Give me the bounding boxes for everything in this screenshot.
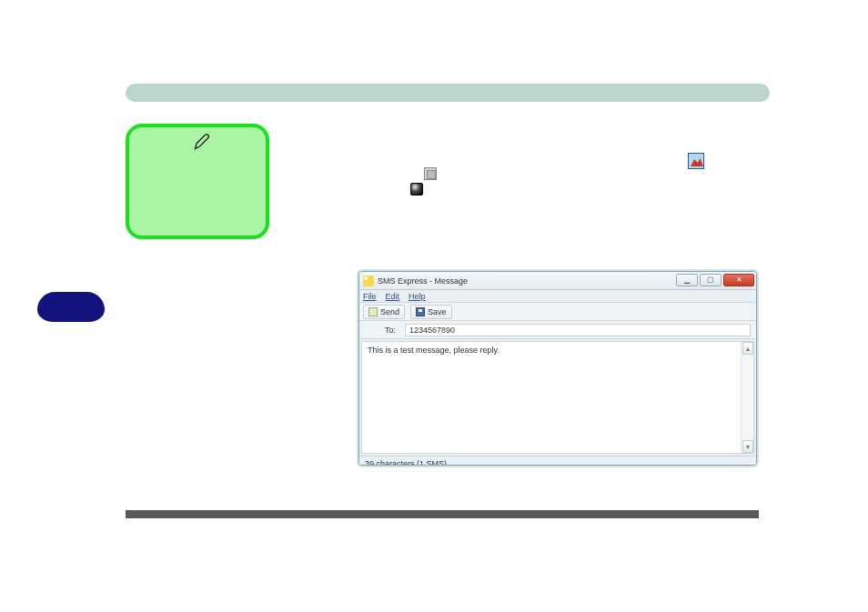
pill-badge — [37, 292, 105, 322]
to-field[interactable]: 1234567890 — [405, 324, 751, 336]
to-value: 1234567890 — [409, 326, 455, 335]
app-icon — [363, 276, 374, 286]
menu-file[interactable]: File — [363, 292, 377, 301]
save-button[interactable]: Save — [410, 305, 452, 319]
picture-icon — [688, 153, 704, 169]
recipient-row: To: 1234567890 — [359, 321, 756, 339]
save-icon — [416, 307, 425, 316]
footer-bar — [126, 510, 759, 518]
titlebar[interactable]: SMS Express - Message ▁ ▢ ✕ — [359, 272, 756, 290]
header-bar — [126, 84, 770, 102]
menu-edit[interactable]: Edit — [386, 292, 400, 301]
close-button[interactable]: ✕ — [723, 274, 754, 286]
scroll-up-button[interactable]: ▴ — [742, 342, 753, 355]
message-text: This is a test message, please reply. — [368, 346, 739, 355]
scrollbar[interactable]: ▴ ▾ — [741, 342, 753, 453]
minimize-button[interactable]: ▁ — [676, 274, 698, 286]
pen-icon — [193, 133, 211, 151]
scroll-down-button[interactable]: ▾ — [742, 440, 753, 453]
maximize-button[interactable]: ▢ — [700, 274, 722, 286]
save-label: Save — [428, 307, 447, 316]
send-icon — [368, 307, 378, 316]
menubar: File Edit Help — [359, 290, 756, 303]
sms-message-window: SMS Express - Message ▁ ▢ ✕ File Edit He… — [358, 271, 757, 466]
send-button[interactable]: Send — [363, 305, 405, 319]
note-card — [126, 124, 269, 239]
stop-icon — [424, 167, 437, 180]
window-title: SMS Express - Message — [378, 276, 468, 286]
statusbar: 39 characters (1 SMS) — [359, 456, 756, 466]
menu-help[interactable]: Help — [409, 292, 426, 301]
message-body[interactable]: This is a test message, please reply. ▴ … — [361, 341, 754, 454]
status-dot-icon — [410, 183, 423, 196]
toolbar: Send Save — [359, 303, 756, 321]
to-label: To: — [365, 326, 396, 335]
send-label: Send — [380, 307, 399, 316]
status-text: 39 characters (1 SMS) — [365, 459, 447, 467]
